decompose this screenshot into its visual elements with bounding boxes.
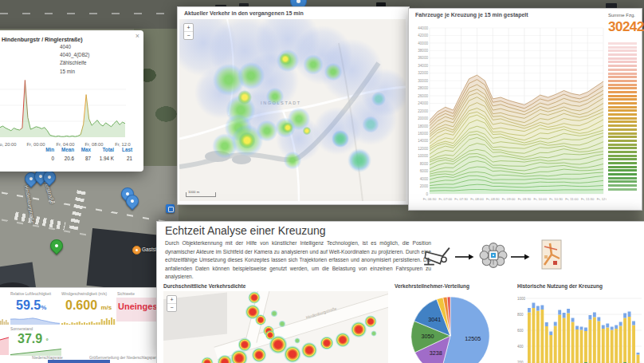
zoom-control: + − <box>167 295 177 312</box>
color-stripe <box>608 132 637 135</box>
cut-gauge-red <box>0 334 9 355</box>
heat-blob <box>236 129 258 152</box>
zoom-in-button[interactable]: + <box>167 296 176 304</box>
cctv-camera-icon <box>422 241 452 268</box>
visibility-value: Uneingeschränkt <box>118 302 156 311</box>
summary-value: 30242 <box>608 19 638 35</box>
stat-header: Min <box>45 147 54 152</box>
heat-blob <box>281 148 304 172</box>
heat-blob <box>321 60 345 84</box>
svg-text:Fr, 12:00: Fr, 12:00 <box>597 197 607 201</box>
heat-blob <box>301 125 312 136</box>
color-stripe <box>608 84 637 86</box>
station-popup: × Hindenburgstr / Ringlerstraße) 4040 40… <box>0 30 143 172</box>
heat-blob <box>263 85 287 109</box>
stat-header: Max <box>81 147 91 152</box>
svg-text:10000: 10000 <box>418 154 428 158</box>
svg-text:800: 800 <box>517 313 524 317</box>
color-stripe <box>608 53 637 56</box>
sensor-type: Zählschleife <box>60 59 89 67</box>
sun-value: 37.9 ° <box>18 332 49 346</box>
svg-text:3041: 3041 <box>428 316 441 323</box>
analysis-panel: Echtzeit Analyse einer Kreuzung Durch Ob… <box>156 221 644 363</box>
stats-table: Min0 Mean20.6 Max87 Total1.94 K Last21 <box>40 147 132 161</box>
ai-brain-icon <box>479 243 508 268</box>
stat-header: Mean <box>61 147 74 152</box>
heat-blob <box>359 113 382 136</box>
x-tick: Do, 20:00 <box>0 142 17 147</box>
svg-text:22000: 22000 <box>418 109 428 113</box>
color-stripe <box>608 120 637 123</box>
sun-sparkline <box>10 345 61 356</box>
heat-blob <box>299 340 320 361</box>
zoom-out-button[interactable]: − <box>184 32 193 39</box>
precip-bar <box>48 360 110 363</box>
crosswalk <box>69 187 87 230</box>
svg-text:Fr, 07:30: Fr, 07:30 <box>454 197 468 201</box>
svg-text:Fr, 08:30: Fr, 08:30 <box>486 197 500 201</box>
cut-gauge-sparkline <box>0 315 9 325</box>
svg-text:44000: 44000 <box>418 26 428 30</box>
color-stripe <box>608 188 637 191</box>
wind-sparkline <box>61 316 116 325</box>
station-line-chart <box>0 73 126 140</box>
svg-text:Fr, 06:30: Fr, 06:30 <box>423 197 437 201</box>
color-stripe <box>608 102 637 105</box>
transit-stop-icon[interactable] <box>166 204 175 213</box>
visibility-label: Sichtweite <box>117 292 135 296</box>
svg-text:400: 400 <box>517 345 524 349</box>
zoom-in-button[interactable]: + <box>184 24 193 32</box>
svg-text:18000: 18000 <box>418 124 428 128</box>
svg-text:28000: 28000 <box>418 86 428 90</box>
color-stripe <box>608 95 637 97</box>
svg-text:4000: 4000 <box>420 177 429 181</box>
arrow-right-icon <box>511 254 530 260</box>
color-stripe <box>608 177 637 180</box>
svg-text:Fr, 10:00: Fr, 10:00 <box>533 197 547 201</box>
page-title: Echtzeit Analyse einer Kreuzung <box>165 224 326 237</box>
color-stripe <box>608 80 637 82</box>
restaurant-poi-icon[interactable] <box>132 246 141 254</box>
svg-text:200: 200 <box>517 361 524 363</box>
density-heatmap[interactable]: Hindenburgstraße + − <box>163 291 388 363</box>
svg-text:24000: 24000 <box>418 101 428 105</box>
heat-blob <box>277 51 293 67</box>
svg-text:14000: 14000 <box>418 139 428 143</box>
svg-text:600: 600 <box>517 329 524 333</box>
zoom-control: + − <box>183 23 194 40</box>
color-stripe <box>608 65 637 67</box>
pie-title: Verkehrsteilnehmer-Verteilung <box>395 283 469 289</box>
svg-text:1000: 1000 <box>517 297 526 301</box>
color-stripe <box>608 140 637 142</box>
color-stripe <box>608 162 637 164</box>
svg-text:38000: 38000 <box>418 49 428 53</box>
zoom-out-button[interactable]: − <box>167 304 176 311</box>
svg-text:6000: 6000 <box>420 169 429 173</box>
color-stripe <box>608 69 637 71</box>
svg-text:12505: 12505 <box>465 335 481 342</box>
heat-blob <box>249 345 269 363</box>
stat-value: 0 <box>51 156 54 161</box>
color-stripe <box>608 109 637 112</box>
svg-text:20000: 20000 <box>418 116 428 120</box>
traffic-heatmap[interactable]: INGOLSTADT 1000 m + − <box>179 19 406 201</box>
heat-blob <box>199 355 215 363</box>
svg-text:Fr, 10:30: Fr, 10:30 <box>549 197 563 201</box>
summary-label: Summe Fzg. <box>608 13 638 18</box>
stat-header: Last <box>122 147 132 152</box>
arrow-right-icon <box>455 254 474 260</box>
color-stripe <box>608 128 637 131</box>
station-code: 4040_4(DB2) <box>60 51 89 59</box>
map-icon <box>541 239 562 270</box>
current-traffic-panel: Aktueller Verkehr in den vergangenen 15 … <box>177 6 410 205</box>
svg-text:40000: 40000 <box>418 41 428 45</box>
participant-pie-chart: 12505323830503041 <box>395 291 514 363</box>
color-stripe <box>608 113 637 116</box>
heat-blob <box>293 337 301 345</box>
svg-text:32000: 32000 <box>418 71 428 75</box>
svg-text:0: 0 <box>426 192 428 196</box>
color-stripe <box>608 155 637 157</box>
color-stripe <box>608 49 637 52</box>
svg-text:42000: 42000 <box>418 34 428 37</box>
close-icon[interactable]: × <box>135 32 139 40</box>
